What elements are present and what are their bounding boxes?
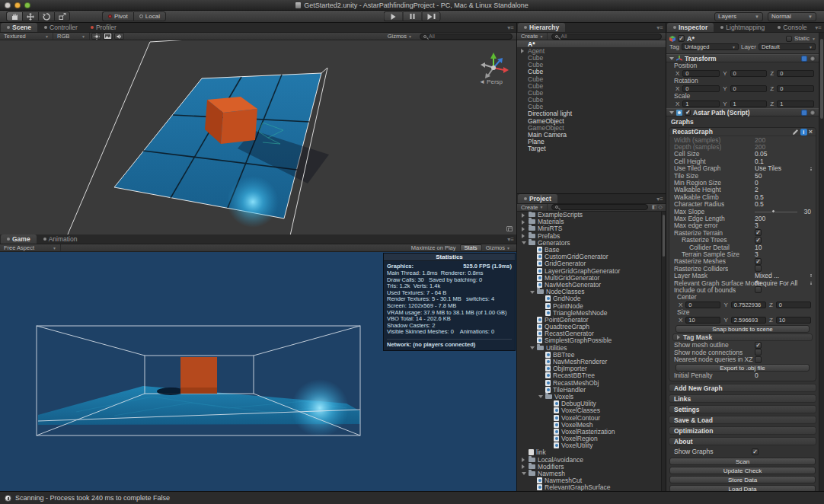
astar-component-header[interactable]: ✓ Astar Path (Script): [666, 108, 819, 116]
dropdown-dots-icon[interactable]: [810, 282, 812, 285]
foldout-icon[interactable]: [669, 111, 674, 114]
snap-bounds-to-scene-button[interactable]: Snap bounds to scene: [675, 325, 810, 333]
setting-value[interactable]: 3: [755, 250, 759, 258]
camera-preview-toggle-icon[interactable]: [506, 226, 513, 231]
vector-x-field[interactable]: 1: [682, 100, 720, 107]
scene-viewport[interactable]: ◄ Persp: [0, 40, 516, 234]
static-dropdown-icon[interactable]: ▼: [812, 37, 816, 41]
edit-icon[interactable]: [792, 129, 799, 136]
section-settings[interactable]: Settings: [669, 405, 816, 413]
game-viewport[interactable]: Statistics Graphics: 525.0 FPS (1.9ms) M…: [0, 252, 516, 491]
tag-mask-foldout[interactable]: Tag Mask: [672, 333, 813, 341]
vector-x-field[interactable]: 0: [682, 85, 720, 92]
local-toggle-button[interactable]: Local: [133, 11, 166, 21]
tab-scene[interactable]: Scene: [1, 23, 37, 32]
foldout-icon[interactable]: [530, 291, 535, 294]
foldout-icon[interactable]: [522, 213, 525, 218]
rasterize-meshes-checkbox[interactable]: ✓: [755, 258, 762, 265]
vector-z-field[interactable]: 0: [777, 85, 814, 92]
foldout-icon[interactable]: [522, 234, 525, 238]
render-mode-dropdown[interactable]: RGB▼: [53, 33, 90, 40]
info-icon[interactable]: i: [800, 129, 807, 136]
project-item[interactable]: PointGenerator: [517, 316, 666, 323]
hierarchy-search-input[interactable]: All: [551, 33, 662, 40]
project-item[interactable]: GridNode: [517, 295, 666, 302]
scan-button[interactable]: Scan: [669, 458, 816, 465]
rotate-tool-button[interactable]: [38, 11, 54, 21]
show-graphs-checkbox[interactable]: ✓: [752, 448, 759, 455]
hand-tool-button[interactable]: [6, 11, 22, 21]
delete-graph-icon[interactable]: ×: [809, 129, 813, 136]
tab-inspector[interactable]: Inspector: [667, 23, 714, 32]
rasterize-trees-checkbox[interactable]: ✓: [755, 237, 762, 244]
hierarchy-create-button[interactable]: Create▼: [517, 33, 548, 40]
reference-icon[interactable]: [801, 110, 807, 116]
section-optimization[interactable]: Optimization: [669, 426, 816, 435]
dropdown-dots-icon[interactable]: [810, 167, 812, 171]
component-enabled-checkbox[interactable]: ✓: [685, 110, 691, 116]
foldout-icon[interactable]: [522, 227, 525, 231]
tab-lightmapping[interactable]: Lightmapping: [714, 23, 771, 32]
project-options-icons[interactable]: ◧ ◇: [652, 204, 663, 210]
panel-menu-icon[interactable]: ▾≡: [656, 24, 663, 31]
vector-z-field[interactable]: 1: [777, 100, 814, 107]
dropdown-dots-icon[interactable]: [810, 274, 812, 278]
project-item[interactable]: TileHandler: [517, 386, 666, 393]
layers-dropdown[interactable]: Layers▼: [714, 12, 763, 21]
draw-mode-dropdown[interactable]: Textured▼: [0, 33, 53, 40]
foldout-icon[interactable]: [522, 241, 526, 244]
vector-y-field[interactable]: 0.7522936: [731, 301, 766, 308]
project-item[interactable]: NavMeshRenderer: [517, 358, 666, 365]
project-item[interactable]: NodeClasses: [517, 289, 666, 295]
foldout-icon[interactable]: [530, 346, 535, 349]
lighting-toggle-button[interactable]: [91, 33, 101, 40]
update-check-button[interactable]: Update Check: [669, 467, 816, 474]
tab-game[interactable]: Game: [1, 234, 37, 244]
vector-x-field[interactable]: 10: [685, 317, 720, 324]
gear-icon[interactable]: [810, 110, 816, 116]
skybox-toggle-button[interactable]: [103, 33, 113, 40]
project-item[interactable]: RelevantGraphSurface: [517, 484, 666, 491]
project-item[interactable]: CustomGridGenerator: [517, 254, 666, 260]
inspector-scrollbar-thumb[interactable]: [820, 39, 823, 119]
panel-menu-icon[interactable]: ▾≡: [507, 24, 514, 31]
vector-z-field[interactable]: 0: [776, 301, 811, 308]
audio-toggle-button[interactable]: [114, 33, 124, 40]
gameobject-name-field[interactable]: A*: [687, 35, 784, 43]
reference-icon[interactable]: [801, 56, 807, 62]
slider-thumb[interactable]: [771, 209, 775, 213]
section-save-load[interactable]: Save & Load: [669, 416, 816, 424]
tab-animation[interactable]: Animation: [37, 234, 84, 244]
setting-value[interactable]: 3: [755, 222, 759, 229]
tab-console[interactable]: Console: [771, 23, 813, 32]
layout-dropdown[interactable]: Normal▼: [768, 12, 816, 21]
section-about[interactable]: About: [669, 437, 816, 445]
project-item[interactable]: SimplestGraphPossible: [517, 337, 666, 344]
vector-y-field[interactable]: 2.596693: [731, 317, 766, 324]
pivot-toggle-button[interactable]: Pivot: [102, 11, 133, 21]
panel-menu-icon[interactable]: ▾≡: [507, 236, 514, 243]
foldout-icon[interactable]: [522, 464, 525, 469]
section-links[interactable]: Links: [669, 394, 816, 403]
foldout-icon[interactable]: [538, 395, 543, 398]
project-item[interactable]: TriangleMeshNode: [517, 309, 666, 316]
vector-z-field[interactable]: 10: [776, 317, 811, 324]
gear-icon[interactable]: [810, 56, 816, 62]
show-node-connections-checkbox[interactable]: [755, 349, 762, 356]
scene-search-input[interactable]: All: [420, 33, 513, 40]
add-new-graph-button[interactable]: Add New Graph: [669, 384, 816, 392]
tab-project[interactable]: Project: [518, 194, 557, 203]
status-bar[interactable]: Scanning - Process took 240 ms to comple…: [0, 491, 824, 504]
game-gizmos-dropdown[interactable]: Gizmos▼: [482, 244, 514, 251]
move-tool-button[interactable]: [22, 11, 38, 21]
nearest-node-queries-in-xz-sp-checkbox[interactable]: [755, 356, 762, 363]
export-to-obj-file-button[interactable]: Export to .obj file: [675, 364, 810, 372]
setting-value[interactable]: Require For All: [755, 279, 797, 287]
foldout-icon[interactable]: [521, 49, 524, 53]
tab-controller[interactable]: Controller: [38, 23, 84, 32]
project-item[interactable]: Navmesh: [517, 470, 666, 477]
project-item[interactable]: RecastMeshObj: [517, 379, 666, 386]
foldout-icon[interactable]: [522, 472, 526, 475]
project-item[interactable]: Generators: [517, 239, 666, 246]
step-button[interactable]: [422, 11, 441, 21]
